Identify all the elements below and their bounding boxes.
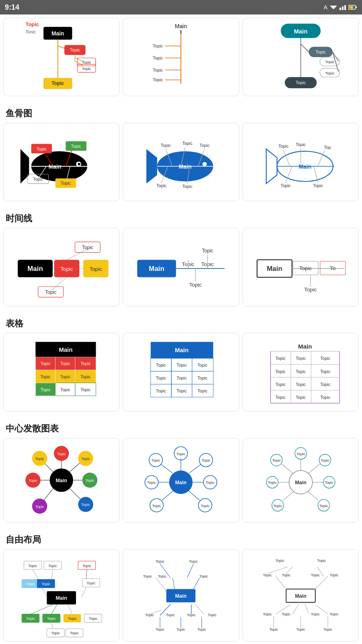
svg-text:Topic: Topic [51,631,60,635]
svg-line-198 [70,462,80,472]
mindmap-card-1[interactable]: Main Topic Topic Topic [3,18,119,96]
timeline-card-3[interactable]: Main Topic To Topic [243,228,359,306]
svg-text:Topic: Topic [82,564,91,568]
svg-text:Topic: Topic [200,143,210,148]
svg-text:Topic: Topic [296,80,306,85]
svg-line-42 [300,44,309,52]
mindmap-card-3[interactable]: Main Topic Topic Topic [243,18,359,96]
svg-text:Main: Main [59,346,72,353]
svg-line-335 [315,576,328,589]
main-content: Main Topic Topic Topic [0,14,362,644]
svg-text:Topic: Topic [296,395,306,400]
svg-text:Topic: Topic [325,60,334,64]
svg-text:Topic: Topic [153,77,163,82]
svg-text:Main: Main [295,480,306,485]
svg-text:Topic: Topic [202,248,213,254]
svg-text:Topic: Topic [152,458,160,462]
svg-text:Main: Main [298,343,312,350]
svg-text:Main: Main [175,593,187,599]
svg-text:Main: Main [56,478,67,483]
mindmap-section: Main Topic Topic Topic [0,14,362,101]
free-layout-header: 自由布局 [0,527,362,549]
svg-text:Topic: Topic [197,376,208,380]
svg-text:Topic: Topic [296,142,306,147]
svg-text:Main: Main [49,163,62,170]
svg-text:Topic: Topic [82,66,91,71]
svg-line-291 [68,605,72,614]
svg-line-221 [189,464,201,473]
svg-line-236 [161,464,173,473]
fishbone-card-3[interactable]: Main Topic Topic Top Topic Topic [243,123,359,201]
keyboard-icon: A [324,4,327,10]
timeline-card-2[interactable]: Main Topic Topic Topic Topic [123,228,239,306]
fishbone-section: 鱼骨图 Main [0,101,362,206]
svg-text:Main: Main [149,265,164,272]
mindmap-card-2[interactable]: Main Topic Topic Topic Topic [123,18,239,96]
svg-text:Topic: Topic [268,481,277,485]
timeline-card-1[interactable]: Main Topic Topic Topic Topic [3,228,119,306]
table-header: 表格 [0,311,362,333]
fishbone-grid: Main Topic Topic Topic Topic [0,123,362,206]
svg-text:Topic: Topic [320,356,331,361]
table-section: 表格 Main Topic Topic Topic [0,311,362,416]
table-card-1[interactable]: Main Topic Topic Topic Topic Topic Topic [3,333,119,411]
timeline-grid: Main Topic Topic Topic Topic [0,228,362,311]
svg-text:Topic: Topic [156,627,165,632]
svg-line-109 [52,277,67,291]
svg-text:Topic: Topic [183,184,193,189]
svg-text:Topic: Topic [202,458,210,462]
svg-line-294 [51,622,53,629]
svg-text:Topic: Topic [282,612,290,616]
svg-text:Topic: Topic [296,369,306,374]
svg-line-207 [44,489,53,500]
svg-text:Main: Main [27,265,43,272]
svg-text:Topic: Topic [71,144,82,149]
battery-icon: ⚡ [348,4,357,10]
free-layout-card-2[interactable]: Main Topic Topic Topic Topic Topic Topic [123,549,239,642]
svg-line-280 [81,587,86,597]
svg-line-306 [173,578,175,589]
radial-card-3[interactable]: Main Topic Topic Topic Topic [243,438,359,522]
svg-text:Topic: Topic [275,395,286,400]
radial-card-1[interactable]: Main Topic Topic Topic [3,438,119,522]
svg-text:Topic: Topic [296,356,306,361]
svg-text:Topic: Topic [201,504,210,508]
svg-text:Topic: Topic [70,631,79,635]
svg-text:Topic: Topic [35,505,44,509]
radial-grid: Main Topic Topic Topic [0,438,362,527]
svg-text:Topic: Topic [177,452,185,456]
table-card-3[interactable]: Main Topic Topic Topic Topic Topic Topic [243,333,359,411]
fishbone-card-1[interactable]: Main Topic Topic Topic Topic [3,123,119,201]
svg-text:Topic: Topic [320,369,331,374]
svg-text:Topic: Topic [177,376,187,380]
svg-text:Topic: Topic [156,363,167,367]
svg-text:Topic: Topic [208,613,217,617]
svg-line-289 [31,605,53,614]
radial-card-2[interactable]: Main Topic Topic Topic [123,438,239,522]
radial-section: 中心发散图表 Main Topic Topic [0,416,362,527]
svg-text:Main: Main [51,30,64,37]
table-card-2[interactable]: Main Topic Topic Topic Topic Topic Topic [123,333,239,411]
svg-text:Topic: Topic [275,382,286,387]
svg-text:⚡: ⚡ [350,6,354,10]
fishbone-card-2[interactable]: Main Topic Topic Topic Topic Topic [123,123,239,201]
svg-line-341 [292,605,299,614]
svg-text:Topic: Topic [304,287,317,293]
svg-text:Topic: Topic [311,612,320,616]
svg-text:Topic: Topic [183,141,193,146]
svg-text:Topic: Topic [26,582,35,586]
free-layout-card-1[interactable]: Main Topic Topic Topic Topic [3,549,119,642]
svg-text:Topic: Topic [86,581,95,585]
svg-text:Topic: Topic [156,376,167,380]
svg-text:Topic: Topic [329,573,338,577]
svg-text:Topic: Topic [156,559,165,564]
svg-text:Topic: Topic [272,458,281,462]
svg-line-316 [195,605,204,614]
svg-text:Topic: Topic [68,617,77,621]
timeline-header: 时间线 [0,206,362,228]
svg-text:Topic: Topic [263,573,272,577]
free-layout-card-3[interactable]: Main Topic Topic Topic Topic Topic Topic [243,549,359,642]
svg-text:Topic: Topic [81,457,90,461]
svg-text:Topic: Topic [40,387,51,392]
svg-text:Topic: Topic [60,387,71,392]
